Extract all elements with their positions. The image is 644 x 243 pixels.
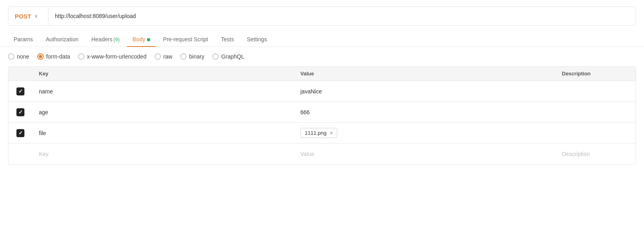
file-badge: 1111.png × — [300, 128, 337, 138]
body-type-row: none form-data x-www-form-urlencoded raw… — [0, 47, 644, 66]
row1-checkbox-cell: ✓ — [8, 83, 32, 99]
row1-value[interactable]: javaNice — [294, 84, 555, 99]
tab-tests[interactable]: Tests — [215, 32, 240, 47]
row3-checkbox[interactable]: ✓ — [16, 129, 24, 137]
empty-checkbox-cell — [8, 150, 32, 158]
check-icon: ✓ — [18, 109, 23, 115]
row3-value-cell: 1111.png × — [294, 124, 555, 142]
radio-form-data[interactable]: form-data — [37, 53, 70, 60]
description-placeholder: Description — [562, 151, 590, 157]
file-remove-button[interactable]: × — [330, 130, 333, 136]
table-header: Key Value Description — [8, 67, 636, 81]
table-row: ✓ file 1111.png × — [8, 123, 636, 144]
tab-body[interactable]: Body — [127, 32, 156, 47]
radio-circle-graphql — [212, 53, 219, 60]
radio-urlencoded[interactable]: x-www-form-urlencoded — [78, 53, 147, 60]
header-value: Value — [294, 67, 555, 81]
empty-value-input[interactable]: Value — [294, 147, 555, 161]
file-name: 1111.png — [305, 130, 326, 136]
tab-settings[interactable]: Settings — [241, 32, 273, 47]
radio-raw[interactable]: raw — [155, 53, 173, 60]
radio-none[interactable]: none — [8, 53, 29, 60]
body-active-dot — [147, 38, 150, 41]
radio-circle-urlencoded — [78, 53, 85, 60]
table-row: ✓ age 666 — [8, 102, 636, 123]
radio-label-binary: binary — [189, 53, 204, 60]
check-icon: ✓ — [18, 89, 23, 94]
form-table: Key Value Description ✓ name javaNice ✓ … — [8, 66, 636, 165]
tab-authorization[interactable]: Authorization — [40, 32, 84, 47]
chevron-down-icon: ∨ — [34, 13, 38, 19]
url-bar: POST ∨ — [8, 6, 636, 26]
row2-value[interactable]: 666 — [294, 105, 555, 119]
header-key: Key — [32, 67, 294, 81]
row1-description[interactable] — [555, 87, 636, 95]
row3-description[interactable] — [555, 129, 636, 137]
row3-key[interactable]: file — [32, 126, 294, 140]
radio-circle-binary — [180, 53, 187, 60]
radio-circle-form-data — [37, 53, 44, 60]
header-description: Description — [555, 67, 636, 81]
radio-label-raw: raw — [163, 53, 173, 60]
row3-checkbox-cell: ✓ — [8, 125, 32, 141]
row2-checkbox[interactable]: ✓ — [16, 108, 24, 116]
method-label: POST — [15, 13, 31, 20]
row2-description[interactable] — [555, 108, 636, 116]
radio-label-form-data: form-data — [46, 53, 70, 60]
radio-circle-raw — [155, 53, 161, 60]
tabs-bar: Params Authorization Headers(9) Body Pre… — [0, 32, 644, 47]
header-checkbox-col — [8, 67, 32, 81]
radio-label-none: none — [17, 53, 29, 60]
radio-circle-none — [8, 53, 14, 60]
table-row: ✓ name javaNice — [8, 81, 636, 102]
row2-key[interactable]: age — [32, 105, 294, 119]
row1-key[interactable]: name — [32, 84, 294, 99]
row1-checkbox[interactable]: ✓ — [16, 87, 24, 95]
radio-graphql[interactable]: GraphQL — [212, 53, 244, 60]
headers-badge: (9) — [113, 36, 120, 43]
tab-headers[interactable]: Headers(9) — [86, 32, 125, 47]
row2-checkbox-cell: ✓ — [8, 104, 32, 120]
radio-label-urlencoded: x-www-form-urlencoded — [87, 53, 147, 60]
method-selector[interactable]: POST ∨ — [8, 7, 48, 25]
tab-pre-request-script[interactable]: Pre-request Script — [157, 32, 214, 47]
tab-params[interactable]: Params — [8, 32, 38, 47]
empty-key-input[interactable]: Key — [32, 147, 294, 161]
radio-label-graphql: GraphQL — [221, 53, 244, 60]
table-row-empty: Key Value Description — [8, 144, 636, 164]
empty-description-input[interactable]: Description — [555, 147, 636, 161]
key-placeholder: Key — [39, 151, 48, 157]
check-icon: ✓ — [18, 130, 23, 136]
url-input[interactable] — [48, 13, 636, 19]
value-placeholder: Value — [300, 151, 314, 157]
radio-binary[interactable]: binary — [180, 53, 204, 60]
